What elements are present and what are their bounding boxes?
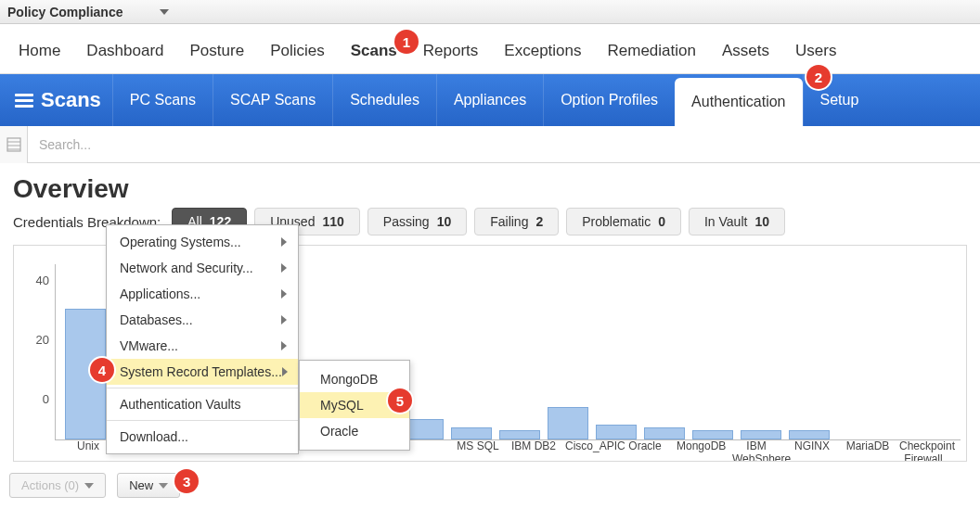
bar[interactable] [548, 407, 588, 439]
x-label: NGINX [788, 440, 836, 462]
nav-scans[interactable]: Scans [351, 42, 397, 60]
callout-4: 4 [90, 358, 114, 382]
caret-right-icon [282, 367, 288, 376]
bar[interactable] [741, 430, 781, 439]
bar[interactable] [499, 430, 540, 439]
nav-dashboard[interactable]: Dashboard [86, 42, 163, 60]
bar[interactable] [644, 427, 685, 439]
x-label: IBM WebSphere App Server [732, 440, 780, 462]
nav-home[interactable]: Home [19, 42, 60, 60]
chevron-down-icon [159, 483, 168, 489]
menu-item-applications[interactable]: Applications... [107, 281, 298, 307]
menu-item-system-record-templates[interactable]: System Record Templates... [107, 359, 298, 385]
menu-item-authentication-vaults[interactable]: Authentication Vaults [107, 391, 298, 417]
app-selector[interactable]: Policy Compliance [7, 5, 169, 19]
app-selector-bar: Policy Compliance [0, 0, 980, 24]
tab-scap-scans[interactable]: SCAP Scans [213, 74, 332, 126]
hamburger-icon [15, 94, 33, 108]
caret-right-icon [281, 289, 287, 299]
actions-button[interactable]: Actions (0) [9, 473, 106, 498]
y-tick: 0 [43, 392, 49, 406]
callout-1: 1 [394, 30, 419, 54]
list-view-icon[interactable] [0, 126, 28, 163]
menu-item-label: Databases... [120, 312, 193, 327]
tab-schedules[interactable]: Schedules [332, 74, 436, 126]
x-label: Cisco_APIC [565, 440, 613, 462]
bar-col [499, 430, 540, 439]
menu-item-label: Authentication Vaults [120, 397, 241, 412]
menu-item-network-and-security[interactable]: Network and Security... [107, 255, 298, 281]
nav-reports[interactable]: Reports [423, 42, 479, 60]
x-label: MongoDB [677, 440, 725, 462]
actions-button-label: Actions (0) [21, 478, 79, 492]
submenu-item-mongodb[interactable]: MongoDB [300, 366, 409, 392]
bar[interactable] [451, 427, 492, 439]
chevron-down-icon [84, 483, 94, 489]
menu-item-label: Applications... [120, 286, 200, 301]
caret-right-icon [281, 341, 287, 350]
menu-item-databases[interactable]: Databases... [107, 307, 298, 333]
new-button-label: New [129, 478, 153, 492]
nav-remediation[interactable]: Remediation [608, 42, 696, 60]
bar-col [596, 425, 637, 439]
nav-users[interactable]: Users [795, 42, 836, 60]
search-bar [0, 126, 980, 163]
bar-col [789, 430, 830, 439]
chevron-down-icon [160, 9, 169, 15]
filter-passing[interactable]: Passing 10 [368, 208, 467, 235]
y-tick: 20 [36, 333, 49, 347]
search-input[interactable] [28, 127, 980, 162]
bar[interactable] [596, 425, 637, 439]
tab-authentication[interactable]: Authentication [675, 78, 802, 126]
x-label: IBM DB2 [509, 440, 558, 462]
nav-exceptions[interactable]: Exceptions [504, 42, 581, 60]
bar-col [451, 427, 492, 439]
y-tick: 40 [36, 274, 49, 287]
menu-separator [107, 388, 298, 388]
filter-problematic[interactable]: Problematic 0 [566, 208, 681, 235]
x-label: Oracle [621, 440, 669, 462]
callout-5: 5 [388, 388, 412, 413]
caret-right-icon [281, 237, 287, 247]
callout-2: 2 [806, 65, 831, 89]
caret-right-icon [281, 315, 287, 324]
menu-separator [107, 420, 298, 421]
page-title: Overview [13, 174, 967, 204]
new-button[interactable]: New [117, 473, 180, 498]
menu-item-operating-systems[interactable]: Operating Systems... [107, 229, 298, 255]
nav-assets[interactable]: Assets [722, 42, 769, 60]
x-label: MS SQL [454, 440, 502, 462]
bar[interactable] [789, 430, 830, 439]
menu-item-label: Network and Security... [120, 261, 253, 275]
menu-item-label: Operating Systems... [120, 235, 241, 249]
nav-posture[interactable]: Posture [190, 42, 245, 60]
submenu-item-oracle[interactable]: Oracle [300, 418, 409, 444]
menu-item-download[interactable]: Download... [107, 424, 298, 450]
bar-col [548, 407, 588, 439]
caret-right-icon [281, 263, 287, 273]
bar-col [692, 430, 733, 439]
sub-nav-title: Scans [15, 74, 112, 126]
x-label: Checkpoint Firewall [899, 440, 948, 462]
main-nav: HomeDashboardPosturePoliciesScansReports… [0, 24, 980, 74]
menu-item-vmware[interactable]: VMware... [107, 333, 298, 359]
filter-in-vault[interactable]: In Vault 10 [689, 208, 785, 235]
filter-failing[interactable]: Failing 2 [474, 208, 559, 235]
bar[interactable] [692, 430, 733, 439]
bar-col [741, 430, 781, 439]
menu-item-label: System Record Templates... [120, 364, 282, 379]
tab-appliances[interactable]: Appliances [436, 74, 543, 126]
x-label: MariaDB [844, 440, 892, 462]
sub-nav: Scans PC ScansSCAP ScansSchedulesApplian… [0, 74, 980, 126]
new-menu: Operating Systems...Network and Security… [106, 224, 299, 454]
bar-col [644, 427, 685, 439]
menu-item-label: Download... [120, 429, 188, 444]
bottom-toolbar: Actions (0) New 3 [0, 465, 980, 507]
nav-policies[interactable]: Policies [270, 42, 325, 60]
tab-pc-scans[interactable]: PC Scans [112, 74, 213, 126]
sub-nav-title-text: Scans [41, 88, 101, 112]
tab-option-profiles[interactable]: Option Profiles [543, 74, 675, 126]
app-selector-label: Policy Compliance [7, 5, 122, 19]
callout-3: 3 [174, 469, 199, 493]
menu-item-label: VMware... [120, 338, 178, 353]
